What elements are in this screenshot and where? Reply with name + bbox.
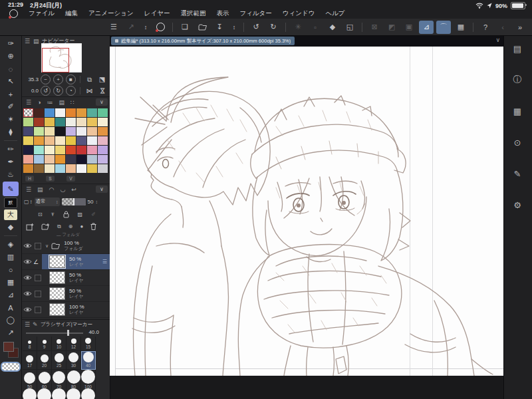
pen-tool[interactable]: ✒ xyxy=(3,156,19,168)
lock-layer-button[interactable] xyxy=(63,211,69,218)
color-swatch[interactable] xyxy=(23,118,33,126)
color-swatch[interactable] xyxy=(66,127,76,136)
brush-size-cell[interactable]: 25 xyxy=(52,351,66,370)
brush-size-cell[interactable]: 12 xyxy=(66,336,81,351)
save-stepper[interactable]: ↕ xyxy=(229,21,239,34)
color-swatch[interactable] xyxy=(76,127,86,136)
fit-to-page-button[interactable]: ⬔ xyxy=(97,75,107,84)
palette-menu-icon[interactable]: ☰ xyxy=(25,38,30,45)
new-layer-button[interactable] xyxy=(26,223,34,231)
color-swatch[interactable] xyxy=(34,164,44,173)
layer-thumbnail-stepper[interactable]: ▢↕ xyxy=(24,199,33,205)
tab-subview[interactable]: ◡ xyxy=(60,186,65,193)
navigator-view-frame[interactable] xyxy=(42,48,69,72)
layer-checkbox[interactable] xyxy=(35,291,41,297)
menu-item-3[interactable]: レイヤー xyxy=(144,9,170,18)
color-swatch[interactable] xyxy=(23,155,33,164)
menu-item-1[interactable]: 編集 xyxy=(65,9,78,18)
color-swatch[interactable] xyxy=(23,136,33,145)
custom-subtool-1[interactable]: 默 xyxy=(4,198,17,208)
menu-item-0[interactable]: ファイル xyxy=(29,9,55,18)
color-swatch[interactable] xyxy=(87,146,97,154)
color-swatch[interactable] xyxy=(66,146,76,154)
tab-layer[interactable]: ▤ xyxy=(37,186,43,193)
menu-item-5[interactable]: 表示 xyxy=(216,9,229,18)
clip-to-layer-button[interactable]: ⊡ xyxy=(38,211,43,217)
color-swatch[interactable] xyxy=(76,108,86,117)
marker-tool[interactable]: ♨ xyxy=(3,169,19,180)
rotate-reset-button[interactable]: ◔ xyxy=(66,86,76,96)
color-swatch[interactable] xyxy=(23,127,33,136)
color-swatch[interactable] xyxy=(66,108,76,117)
figure-tool[interactable]: ○ xyxy=(3,264,19,275)
color-swatch[interactable] xyxy=(55,164,65,173)
color-swatch[interactable] xyxy=(45,164,55,173)
color-swatch[interactable] xyxy=(55,118,65,126)
color-swatch[interactable] xyxy=(23,108,33,117)
brush-size-cell[interactable]: 10 xyxy=(52,336,66,351)
color-swatch[interactable] xyxy=(76,136,86,145)
merge-with-lower-button[interactable]: ⊕ xyxy=(68,223,73,229)
brush-size-cell[interactable] xyxy=(66,388,81,399)
layer-thumbnail[interactable] xyxy=(49,287,65,300)
frame-transform-button[interactable]: ◱ xyxy=(342,21,357,34)
snap-to-special-ruler-button[interactable]: ⌒ xyxy=(436,21,451,34)
color-swatch[interactable] xyxy=(45,127,55,136)
save-button[interactable]: ↧ xyxy=(212,21,227,34)
gradient-tool[interactable]: ▥ xyxy=(3,251,19,263)
color-swatch[interactable] xyxy=(87,127,97,136)
fill-button[interactable]: ◆ xyxy=(325,21,340,34)
color-swatch[interactable] xyxy=(23,146,33,154)
layer-menu-icon[interactable]: ☰ xyxy=(102,259,107,265)
brush-size-cell[interactable] xyxy=(23,388,37,399)
color-swatch[interactable] xyxy=(45,108,55,117)
document-tab[interactable]: 総集編* (313.10 x 216.00mm 製本サイズ:307.10 x 2… xyxy=(111,37,295,45)
fit-to-screen-button[interactable]: ⧉ xyxy=(84,75,94,84)
clip-studio-launch-button[interactable] xyxy=(153,21,168,34)
color-swatch[interactable] xyxy=(55,108,65,117)
tab-color-wheel[interactable]: ◑ xyxy=(37,99,41,106)
zoom-out-button[interactable]: − xyxy=(41,74,51,84)
brush-size-cell[interactable]: 20 xyxy=(37,351,52,370)
color-swatch[interactable] xyxy=(66,164,76,173)
pencil-tool[interactable]: ✏ xyxy=(3,144,19,155)
layer-visibility-eye-icon[interactable] xyxy=(22,259,33,265)
color-swatch[interactable] xyxy=(76,164,86,173)
color-swatch[interactable] xyxy=(55,127,65,136)
tab-intermediate-color[interactable]: ∷ xyxy=(70,99,74,106)
color-swatch[interactable] xyxy=(87,136,97,145)
expand-palettes-chevron[interactable]: » xyxy=(513,21,527,34)
line-operation-tool[interactable]: ✐ xyxy=(3,101,19,112)
color-panel-button[interactable]: ▤ xyxy=(510,41,525,56)
clip-studio-menu-logo[interactable] xyxy=(9,9,18,18)
brush-size-cell[interactable]: 30 xyxy=(66,351,81,370)
main-menu-button[interactable]: ☰ xyxy=(106,21,121,34)
brush-size-cell[interactable]: 9 xyxy=(37,336,52,351)
quick-access-button[interactable]: ⊙ xyxy=(510,135,525,150)
navigator-preview[interactable] xyxy=(41,43,82,72)
zoom-tool[interactable]: ⊕ xyxy=(3,51,19,62)
help-button[interactable]: ? xyxy=(478,21,493,34)
color-swatch[interactable] xyxy=(23,164,33,173)
color-swatch[interactable] xyxy=(76,118,86,126)
redo-button[interactable]: ↻ xyxy=(266,21,281,34)
flip-vertical-button[interactable]: ⋈ xyxy=(97,86,107,95)
color-swatch[interactable] xyxy=(34,118,44,126)
color-swatch[interactable] xyxy=(87,164,97,173)
move-tool[interactable]: + xyxy=(3,88,19,100)
color-swatch[interactable] xyxy=(34,108,44,117)
color-swatch[interactable] xyxy=(98,108,108,117)
layer-row[interactable]: ∠50 %レイヤ☰ xyxy=(22,254,110,270)
new-folder-button[interactable] xyxy=(41,223,50,230)
ruler-mask-button[interactable]: Ŧ xyxy=(51,211,55,217)
color-swatch[interactable] xyxy=(45,146,55,154)
rotate-cw-button[interactable]: ↻ xyxy=(53,86,63,96)
layer-visibility-eye-icon[interactable] xyxy=(22,291,33,297)
brush-size-cell[interactable]: 8 xyxy=(23,336,37,351)
color-swatch[interactable] xyxy=(45,155,55,164)
layer-visibility-eye-icon[interactable] xyxy=(22,307,33,313)
zoom-reset-button[interactable]: ■ xyxy=(66,74,76,84)
tab-color-sliders[interactable]: ≔ xyxy=(47,99,53,106)
flip-horizontal-button[interactable]: ⋈ xyxy=(84,86,94,95)
collapse-palette-chevron[interactable]: ∨ xyxy=(96,186,108,193)
